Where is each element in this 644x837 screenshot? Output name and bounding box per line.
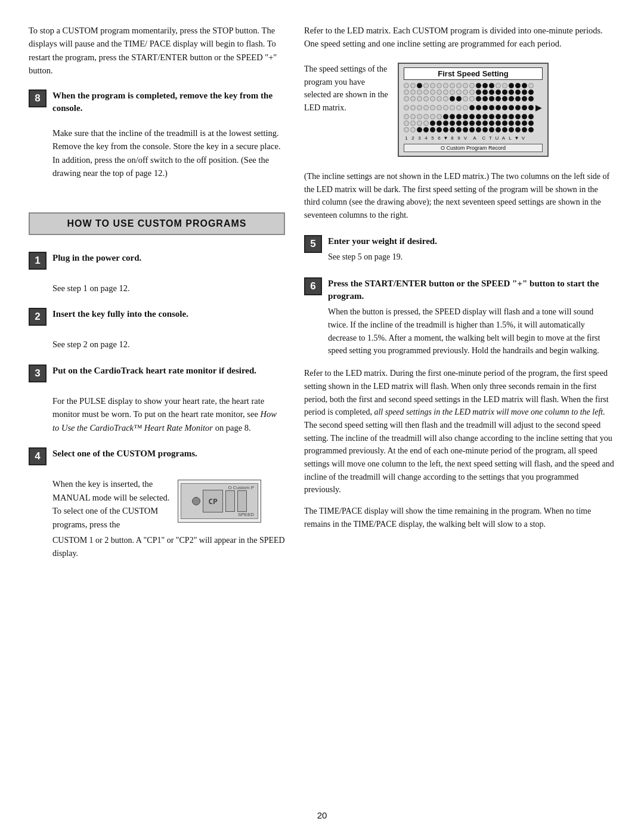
led-dot bbox=[404, 127, 409, 132]
led-dot bbox=[436, 121, 442, 126]
led-dot bbox=[489, 105, 494, 110]
led-dot bbox=[456, 127, 462, 132]
led-dot bbox=[404, 83, 409, 88]
led-dot bbox=[496, 127, 501, 132]
led-dot bbox=[528, 127, 534, 132]
led-dot bbox=[482, 105, 488, 110]
led-dot bbox=[404, 114, 409, 119]
step-4-body-after: CUSTOM 1 or 2 button. A "CP1" or "CP2" w… bbox=[52, 534, 285, 560]
led-dot bbox=[476, 127, 481, 132]
led-row-7 bbox=[404, 127, 543, 132]
led-dot bbox=[528, 114, 534, 119]
led-dot bbox=[528, 121, 534, 126]
step-4-text: When the key is inserted, the MANUAL mod… bbox=[52, 477, 172, 531]
led-footer: O Custom Program Record bbox=[404, 144, 543, 152]
led-dot bbox=[489, 96, 494, 101]
step-1-body: See step 1 on page 12. bbox=[52, 282, 285, 295]
led-dot bbox=[423, 114, 429, 119]
led-row-3 bbox=[404, 96, 543, 101]
led-dot bbox=[443, 105, 448, 110]
step-2-body: See step 2 on page 12. bbox=[52, 338, 285, 351]
console-panel-1 bbox=[225, 490, 235, 512]
led-dot bbox=[410, 105, 416, 110]
step-8-number: 8 bbox=[29, 89, 47, 107]
led-dot bbox=[430, 127, 435, 132]
led-dot bbox=[410, 121, 416, 126]
led-dot bbox=[509, 105, 514, 110]
led-dot bbox=[496, 121, 501, 126]
led-label: The speed settings of the program you ha… bbox=[304, 63, 391, 115]
led-dot bbox=[404, 105, 409, 110]
led-row-4: ▶ bbox=[404, 103, 543, 113]
led-dot bbox=[423, 121, 429, 126]
led-dot bbox=[430, 89, 435, 95]
step-6-content: Press the START/ENTER button or the SPEE… bbox=[328, 277, 615, 357]
led-dot bbox=[456, 83, 462, 88]
step-5-title: Enter your weight if desired. bbox=[328, 235, 615, 248]
led-dot bbox=[469, 121, 475, 126]
led-dot bbox=[443, 96, 448, 101]
led-dot bbox=[502, 121, 507, 126]
led-dot bbox=[463, 105, 468, 110]
led-dot bbox=[463, 127, 468, 132]
led-dot bbox=[404, 121, 409, 126]
led-dot bbox=[443, 89, 448, 95]
led-dot bbox=[522, 114, 527, 119]
led-dot bbox=[489, 83, 494, 88]
led-dot bbox=[522, 83, 527, 88]
led-dot bbox=[417, 89, 422, 95]
led-dot bbox=[417, 105, 422, 110]
step-5-block: 5 Enter your weight if desired. See step… bbox=[304, 235, 615, 264]
console-image: O Custom P CP SPEED bbox=[178, 480, 261, 523]
led-dot bbox=[482, 114, 488, 119]
led-dot bbox=[436, 83, 442, 88]
led-dot bbox=[522, 121, 527, 126]
led-dot bbox=[436, 89, 442, 95]
led-dot bbox=[423, 127, 429, 132]
led-dot bbox=[489, 121, 494, 126]
right-intro: Refer to the LED matrix. Each CUSTOM pro… bbox=[304, 24, 615, 51]
led-dot bbox=[463, 114, 468, 119]
step-5-content: Enter your weight if desired. See step 5… bbox=[328, 235, 615, 264]
led-dot bbox=[436, 114, 442, 119]
led-dot bbox=[443, 121, 448, 126]
led-dot bbox=[456, 96, 462, 101]
led-arrow: ▶ bbox=[535, 103, 542, 113]
led-dot bbox=[450, 127, 455, 132]
led-row-5 bbox=[404, 114, 543, 119]
led-dot bbox=[515, 83, 521, 88]
led-dot bbox=[463, 121, 468, 126]
step-3-block: 3 Put on the CardioTrack heart rate moni… bbox=[29, 365, 285, 382]
step-5-body: See step 5 on page 19. bbox=[328, 251, 615, 264]
led-dot bbox=[443, 114, 448, 119]
led-dot bbox=[515, 121, 521, 126]
step-2-title: Insert the key fully into the console. bbox=[52, 308, 188, 320]
led-dot bbox=[509, 83, 514, 88]
led-dot bbox=[443, 83, 448, 88]
led-dot bbox=[509, 114, 514, 119]
led-dot bbox=[476, 96, 481, 101]
right-column: Refer to the LED matrix. Each CUSTOM pro… bbox=[304, 24, 615, 813]
step-8-title: When the program is completed, remove th… bbox=[52, 89, 285, 115]
led-dot bbox=[509, 89, 514, 95]
step-2-number: 2 bbox=[29, 308, 47, 326]
led-dot bbox=[496, 114, 501, 119]
step-8-block: 8 When the program is completed, remove … bbox=[29, 89, 285, 115]
led-dot bbox=[509, 96, 514, 101]
led-dot bbox=[469, 83, 475, 88]
led-dot bbox=[522, 105, 527, 110]
led-dot bbox=[404, 96, 409, 101]
step-2-block: 2 Insert the key fully into the console. bbox=[29, 308, 285, 326]
led-dot bbox=[496, 89, 501, 95]
led-dot bbox=[410, 89, 416, 95]
led-dot bbox=[430, 121, 435, 126]
led-dot bbox=[469, 89, 475, 95]
console-inner: O Custom P CP SPEED bbox=[181, 483, 258, 519]
led-dot bbox=[509, 127, 514, 132]
led-dot bbox=[476, 105, 481, 110]
led-dot bbox=[430, 96, 435, 101]
led-scale-row: 1 2 3 4 5 6 ▼ 8 9 V A C T U A L ▼ bbox=[404, 135, 543, 141]
page-number: 20 bbox=[317, 810, 327, 820]
led-dot bbox=[489, 114, 494, 119]
step-6-body: When the button is pressed, the SPEED di… bbox=[328, 305, 615, 357]
